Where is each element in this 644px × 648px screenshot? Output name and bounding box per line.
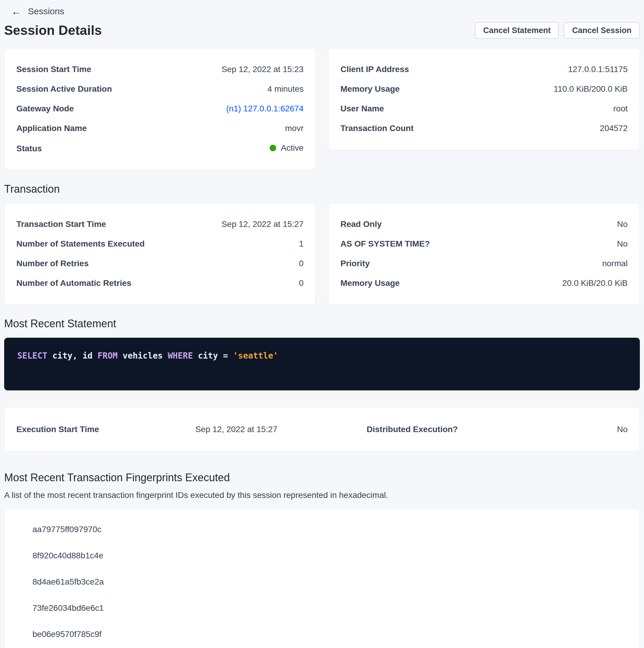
row-status: Status Active: [16, 143, 303, 153]
row-label: Execution Start Time: [16, 425, 99, 434]
row-as-of-system-time: AS OF SYSTEM TIME? No: [341, 239, 628, 249]
fingerprints-description: A list of the most recent transaction fi…: [4, 490, 640, 500]
row-label: Distributed Execution?: [367, 425, 458, 434]
row-label: Application Name: [16, 123, 86, 133]
fingerprint-item: 73fe26034bd6e6c1: [33, 603, 628, 613]
sql-statement: SELECT city, id FROM vehicles WHERE city…: [17, 351, 627, 361]
cancel-session-button[interactable]: Cancel Session: [564, 22, 640, 39]
fingerprints-card: aa79775ff097970c 8f920c40d88b1c4e 8d4ae6…: [4, 509, 640, 648]
row-memory-usage: Memory Usage 110.0 KiB/200.0 KiB: [341, 84, 628, 94]
row-label: Session Start Time: [16, 65, 92, 74]
row-session-start-time: Session Start Time Sep 12, 2022 at 15:23: [16, 65, 303, 74]
fingerprints-section-heading: Most Recent Transaction Fingerprints Exe…: [4, 471, 640, 484]
statement-section-heading: Most Recent Statement: [4, 317, 640, 330]
row-read-only: Read Only No: [341, 219, 628, 229]
row-value: 127.0.0.1:51175: [568, 65, 628, 74]
session-details-page: ← Sessions Session Details Cancel Statem…: [0, 0, 644, 648]
row-label: Client IP Address: [341, 65, 409, 74]
row-value: No: [617, 425, 628, 434]
row-value: (n1) 127.0.0.1:62674: [226, 104, 303, 113]
row-label: Memory Usage: [341, 84, 400, 94]
row-label: Priority: [341, 259, 370, 268]
fingerprint-item: 8d4ae61a5fb3ce2a: [33, 577, 628, 587]
execution-card: Execution Start Time Sep 12, 2022 at 15:…: [4, 407, 640, 452]
row-transaction-start-time: Transaction Start Time Sep 12, 2022 at 1…: [16, 219, 303, 229]
row-transaction-count: Transaction Count 204572: [341, 123, 628, 133]
row-value: Sep 12, 2022 at 15:27: [221, 219, 303, 229]
row-label: Number of Retries: [16, 259, 89, 268]
row-priority: Priority normal: [341, 259, 628, 268]
row-automatic-retries: Number of Automatic Retries 0: [16, 278, 303, 288]
session-summary-grid: Session Start Time Sep 12, 2022 at 15:23…: [4, 48, 640, 170]
page-header: Session Details Cancel Statement Cancel …: [4, 22, 640, 39]
sql-keyword-token: FROM: [98, 351, 123, 361]
sql-token: vehicles: [123, 351, 168, 361]
header-actions: Cancel Statement Cancel Session: [475, 22, 640, 39]
row-user-name: User Name root: [341, 104, 628, 113]
row-gateway-node: Gateway Node (n1) 127.0.0.1:62674: [16, 104, 303, 113]
row-label: Number of Statements Executed: [16, 239, 144, 249]
row-application-name: Application Name movr: [16, 123, 303, 133]
row-label: Memory Usage: [341, 278, 400, 288]
row-label: AS OF SYSTEM TIME?: [341, 239, 430, 249]
row-label: Read Only: [341, 219, 382, 229]
row-value: No: [617, 239, 628, 249]
gateway-node-link[interactable]: (n1) 127.0.0.1:62674: [226, 104, 303, 113]
page-title: Session Details: [4, 23, 102, 38]
row-value: 0: [299, 259, 303, 268]
row-value: normal: [602, 259, 628, 268]
row-distributed-execution: Distributed Execution? No: [325, 425, 628, 434]
row-label: Number of Automatic Retries: [16, 278, 131, 288]
row-label: Status: [16, 144, 42, 153]
row-label: Session Active Duration: [16, 84, 112, 94]
session-summary-card-left: Session Start Time Sep 12, 2022 at 15:23…: [4, 48, 316, 170]
sql-token: city, id: [52, 351, 98, 361]
transaction-section-heading: Transaction: [4, 183, 640, 195]
row-txn-memory-usage: Memory Usage 20.0 KiB/20.0 KiB: [341, 278, 628, 288]
row-value: Sep 12, 2022 at 15:27: [195, 425, 277, 434]
row-value: 20.0 KiB/20.0 KiB: [563, 278, 628, 288]
arrow-left-icon[interactable]: ←: [11, 6, 21, 16]
fingerprint-item: be06e9570f785c9f: [33, 630, 628, 639]
cancel-statement-button[interactable]: Cancel Statement: [475, 22, 559, 39]
fingerprints-list: aa79775ff097970c 8f920c40d88b1c4e 8d4ae6…: [33, 525, 628, 648]
row-value: 204572: [600, 123, 628, 133]
row-value: No: [617, 219, 628, 229]
session-summary-card-right: Client IP Address 127.0.0.1:51175 Memory…: [328, 48, 640, 150]
breadcrumb-sessions-link[interactable]: Sessions: [28, 6, 64, 16]
row-value: 110.0 KiB/200.0 KiB: [553, 84, 628, 94]
row-statements-executed: Number of Statements Executed 1: [16, 239, 303, 249]
status-badge: Active: [281, 143, 303, 153]
row-value: root: [613, 104, 628, 113]
row-label: Transaction Count: [341, 123, 414, 133]
sql-statement-box: SELECT city, id FROM vehicles WHERE city…: [4, 338, 640, 390]
sql-keyword-token: SELECT: [17, 351, 52, 361]
breadcrumb[interactable]: ← Sessions: [11, 5, 64, 18]
transaction-grid: Transaction Start Time Sep 12, 2022 at 1…: [4, 203, 640, 305]
row-value: 0: [299, 278, 303, 288]
row-label: User Name: [341, 104, 384, 113]
sql-string-token: 'seattle': [233, 351, 278, 361]
fingerprint-item: 8f920c40d88b1c4e: [33, 551, 628, 560]
transaction-card-right: Read Only No AS OF SYSTEM TIME? No Prior…: [328, 203, 640, 305]
execution-row: Execution Start Time Sep 12, 2022 at 15:…: [16, 425, 628, 434]
sql-keyword-token: WHERE: [168, 351, 198, 361]
row-value: 1: [299, 239, 303, 249]
row-client-ip-address: Client IP Address 127.0.0.1:51175: [341, 65, 628, 74]
row-session-active-duration: Session Active Duration 4 minutes: [16, 84, 303, 94]
row-label: Gateway Node: [16, 104, 74, 113]
row-label: Transaction Start Time: [16, 219, 106, 229]
status-active-dot: [270, 145, 276, 151]
row-value: movr: [285, 123, 303, 133]
row-value: Sep 12, 2022 at 15:23: [221, 65, 303, 74]
sql-token: city =: [198, 351, 233, 361]
transaction-card-left: Transaction Start Time Sep 12, 2022 at 1…: [4, 203, 316, 305]
row-number-of-retries: Number of Retries 0: [16, 259, 303, 268]
row-value: 4 minutes: [268, 84, 303, 94]
row-execution-start-time: Execution Start Time Sep 12, 2022 at 15:…: [16, 425, 325, 434]
fingerprint-item: aa79775ff097970c: [33, 525, 628, 534]
row-value: Active: [270, 143, 303, 153]
